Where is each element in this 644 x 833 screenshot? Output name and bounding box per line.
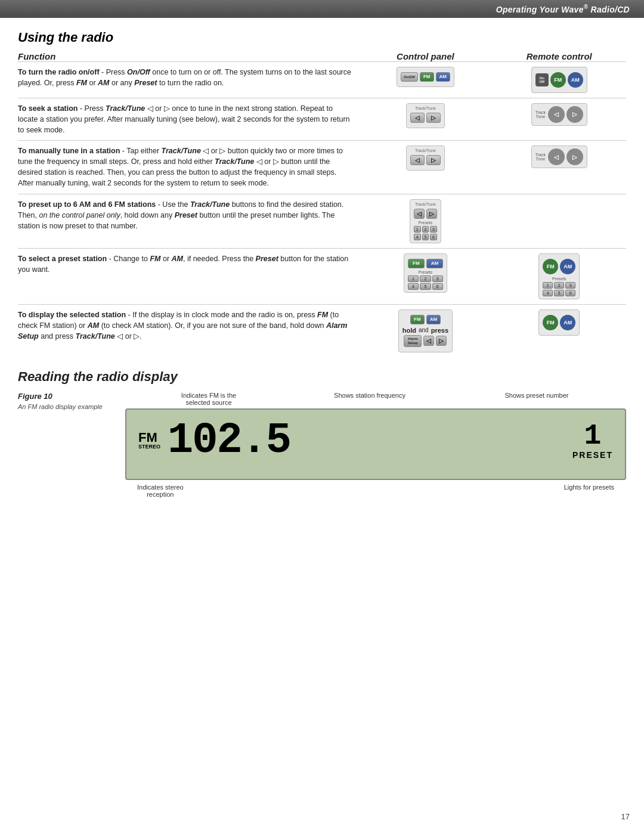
row-display-text: To display the selected station - If the… xyxy=(18,309,358,352)
figure-sidebar: Figure 10 An FM radio display example xyxy=(18,392,113,498)
row-preset-set-text: To preset up to 6 AM and 6 FM stations -… xyxy=(18,199,358,243)
preset-btn-1[interactable]: 1 xyxy=(414,226,421,233)
remote-fm-button[interactable]: FM xyxy=(550,72,566,88)
remote-track-right[interactable]: ▷ xyxy=(566,106,583,123)
display-am-btn[interactable]: AM xyxy=(426,315,441,324)
display-track-right[interactable]: ▷ xyxy=(436,336,447,346)
remote-preset-btn-4[interactable]: 4 xyxy=(543,290,553,296)
preset-btn-6[interactable]: 6 xyxy=(430,234,437,240)
hold-label: hold xyxy=(402,327,416,334)
preset-btn-4[interactable]: 4 xyxy=(414,234,421,240)
figure-caption: An FM radio display example xyxy=(18,403,113,410)
row-manual-control: Track/Tune ◁ ▷ xyxy=(358,145,492,189)
select-fm-btn[interactable]: FM xyxy=(408,259,425,268)
row-seek-control: Track/Tune ◁ ▷ xyxy=(358,103,492,135)
table-row: To display the selected station - If the… xyxy=(18,304,626,357)
preset-btn-5[interactable]: 5 xyxy=(422,234,429,240)
row-preset-select-control: FM AM Presets 1 2 3 4 5 6 xyxy=(358,253,492,299)
table-row: To manually tune in a station - Tap eith… xyxy=(18,140,626,194)
header-text: Operating Your Wave® Radio/CD xyxy=(496,5,630,14)
row-manual-text: To manually tune in a station - Tap eith… xyxy=(18,145,358,189)
figure-area: Figure 10 An FM radio display example In… xyxy=(18,392,626,498)
page-number: 17 xyxy=(621,812,630,821)
annotation-frequency: Shows station frequency xyxy=(331,392,408,406)
row-onoff-remote: OnOff FM AM xyxy=(493,67,626,93)
select-preset-btn-4[interactable]: 4 xyxy=(408,283,419,290)
fm-stereo-block: FM STEREO xyxy=(138,431,165,450)
remote-manual-track-left[interactable]: ◁ xyxy=(548,148,565,165)
select-preset-btn-2[interactable]: 2 xyxy=(420,275,431,282)
figure-label: Figure 10 xyxy=(18,392,113,401)
select-preset-btn-3[interactable]: 3 xyxy=(432,275,443,282)
table-row: To turn the radio on/off - Press On/Off … xyxy=(18,61,626,98)
remote-preset-btn-3[interactable]: 3 xyxy=(565,282,575,289)
row-preset-select-remote: FM AM Presets 1 2 3 4 5 6 xyxy=(493,253,626,299)
display-fm-btn[interactable]: FM xyxy=(410,315,425,324)
remote-preset-btn-5[interactable]: 5 xyxy=(554,290,564,296)
remote-preset-btn-1[interactable]: 1 xyxy=(543,282,553,289)
preset-btn-2[interactable]: 2 xyxy=(422,226,429,233)
select-preset-btn-6[interactable]: 6 xyxy=(432,283,443,290)
row-preset-set-remote xyxy=(493,199,626,243)
annotation-lights: Lights for presets xyxy=(564,484,614,498)
preset-track-left[interactable]: ◁ xyxy=(414,209,425,219)
select-preset-btn-1[interactable]: 1 xyxy=(408,275,419,282)
press-label: press xyxy=(431,327,448,334)
row-manual-remote: TrackTune ◁ ▷ xyxy=(493,145,626,189)
row-onoff-control: On/Off FM AM xyxy=(358,67,492,93)
row-preset-select-text: To select a preset station - Change to F… xyxy=(18,253,358,299)
figure-display-area: Indicates FM is the selected source Show… xyxy=(125,392,626,498)
remote-select-am[interactable]: AM xyxy=(560,259,575,274)
preset-number-display: 1 xyxy=(584,422,602,450)
remote-preset-btn-2[interactable]: 2 xyxy=(554,282,564,289)
remote-manual-track-right[interactable]: ▷ xyxy=(566,148,583,165)
select-am-btn[interactable]: AM xyxy=(426,259,443,268)
annotation-fm-source: Indicates FM is the selected source xyxy=(176,392,242,406)
am-button[interactable]: AM xyxy=(436,72,450,82)
remote-select-fm[interactable]: FM xyxy=(543,259,558,274)
stereo-label: STEREO xyxy=(138,444,160,450)
annotation-stereo: Indicates stereo reception xyxy=(137,484,184,498)
remote-display-fm[interactable]: FM xyxy=(543,315,558,330)
remote-am-button[interactable]: AM xyxy=(568,72,583,88)
and-label: and xyxy=(419,327,429,333)
row-display-remote: FM AM xyxy=(493,309,626,352)
track-left-button[interactable]: ◁ xyxy=(410,113,425,123)
annotation-preset-number: Shows preset number xyxy=(498,392,575,406)
preset-display: 1 PRESET xyxy=(572,422,613,460)
section1-title: Using the radio xyxy=(18,30,626,45)
section2: Reading the radio display Figure 10 An F… xyxy=(18,369,626,498)
remote-display-am[interactable]: AM xyxy=(560,315,575,330)
section2-title: Reading the radio display xyxy=(18,369,626,385)
row-onoff-text: To turn the radio on/off - Press On/Off … xyxy=(18,67,358,93)
remote-onoff-button[interactable]: OnOff xyxy=(535,73,549,86)
page-header: Operating Your Wave® Radio/CD xyxy=(0,0,644,18)
row-preset-set-control: Track/Tune ◁ ▷ Presets 1 2 3 4 5 6 xyxy=(358,199,492,243)
track-right-button[interactable]: ▷ xyxy=(426,113,441,123)
manual-track-left-button[interactable]: ◁ xyxy=(410,155,425,165)
radio-display: FM STEREO 102.5 1 PRESET xyxy=(125,408,626,480)
frequency-display: 102.5 xyxy=(168,419,290,462)
row-display-control: FM AM hold and press AlarmSetup ◁ ▷ xyxy=(358,309,492,352)
function-col-header: Function xyxy=(18,51,55,61)
main-content: Using the radio Function Control panel R… xyxy=(0,18,644,510)
remote-track-left[interactable]: ◁ xyxy=(548,106,565,123)
table-headers: Function Control panel Remote control xyxy=(18,51,626,61)
row-seek-text: To seek a station - Press Track/Tune ◁ o… xyxy=(18,103,358,135)
select-preset-btn-5[interactable]: 5 xyxy=(420,283,431,290)
onoff-button[interactable]: On/Off xyxy=(401,72,418,82)
table-row: To preset up to 6 AM and 6 FM stations -… xyxy=(18,194,626,248)
row-seek-remote: TrackTune ◁ ▷ xyxy=(493,103,626,135)
remote-preset-btn-6[interactable]: 6 xyxy=(565,290,575,296)
preset-word-display: PRESET xyxy=(572,450,613,460)
alarm-setup-btn[interactable]: AlarmSetup xyxy=(404,335,422,347)
table-row: To select a preset station - Change to F… xyxy=(18,248,626,304)
preset-track-right[interactable]: ▷ xyxy=(426,209,437,219)
preset-btn-3[interactable]: 3 xyxy=(430,226,437,233)
display-track-left[interactable]: ◁ xyxy=(423,336,434,346)
fm-button[interactable]: FM xyxy=(420,72,434,82)
fm-label: FM xyxy=(138,431,157,444)
remote-col-header: Remote control xyxy=(527,51,592,61)
manual-track-right-button[interactable]: ▷ xyxy=(426,155,441,165)
display-content: FM STEREO 102.5 1 PRESET xyxy=(138,419,613,462)
